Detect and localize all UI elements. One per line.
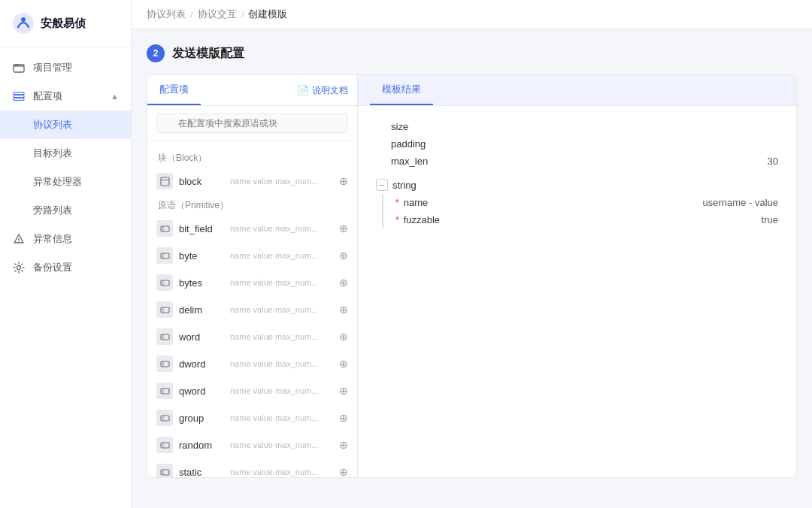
- svg-point-1: [21, 17, 26, 22]
- primitive-item-add-dword[interactable]: ⊕: [339, 358, 348, 370]
- sidebar-item-exception-info[interactable]: 异常信息: [0, 225, 131, 253]
- list-item[interactable]: bit_field name value max_num... ⊕: [147, 215, 357, 242]
- primitive-icon: [156, 410, 173, 426]
- sidebar-item-config[interactable]: 配置项 ▲: [0, 82, 131, 110]
- svg-rect-27: [161, 443, 169, 448]
- svg-rect-13: [161, 253, 169, 259]
- search-wrap: 🔍: [156, 113, 348, 133]
- list-item[interactable]: word name value max_num... ⊕: [147, 323, 357, 350]
- block-group-label: 块（Block）: [147, 147, 357, 168]
- primitive-group-label: 原语（Primitive）: [147, 195, 357, 215]
- list-item[interactable]: dword name value max_num... ⊕: [147, 350, 357, 377]
- breadcrumb-item-1[interactable]: 协议列表: [147, 8, 186, 21]
- folder-icon: [12, 61, 26, 74]
- doc-link[interactable]: 📄 说明文档: [288, 75, 357, 105]
- search-input[interactable]: [156, 113, 348, 133]
- breadcrumb-item-2[interactable]: 协议交互: [198, 8, 237, 21]
- doc-icon: 📄: [297, 85, 309, 96]
- block-item-name-block: block: [179, 176, 224, 187]
- sidebar: 安般易侦 项目管理 配置项 ▲ 协议列表 目标列表 异常处理器: [0, 0, 132, 508]
- app-name: 安般易侦: [41, 17, 86, 31]
- svg-rect-11: [161, 226, 169, 231]
- primitive-item-name-group: group: [179, 413, 224, 424]
- primitive-item-add-qword[interactable]: ⊕: [339, 385, 348, 397]
- svg-rect-17: [161, 307, 169, 313]
- svg-rect-19: [161, 334, 169, 340]
- svg-point-7: [18, 241, 19, 242]
- svg-rect-4: [14, 95, 24, 98]
- primitive-item-name-random: random: [179, 440, 224, 451]
- two-panel-container: 配置项 📄 说明文档 🔍 块（Block）: [147, 74, 797, 478]
- field-name-string-name: name: [404, 197, 509, 208]
- sidebar-item-target-list[interactable]: 目标列表: [0, 139, 131, 168]
- sidebar-label-exception-info: 异常信息: [33, 232, 72, 246]
- result-content: size padding max_len 30: [358, 106, 796, 477]
- main-content: 协议列表 / 协议交互 / 创建模版 2 发送模版配置 配置项 📄 说明文档: [132, 0, 812, 508]
- primitive-item-name-dword: dword: [179, 358, 224, 370]
- sidebar-item-route-list[interactable]: 旁路列表: [0, 196, 131, 225]
- breadcrumb: 协议列表 / 协议交互 / 创建模版: [132, 0, 812, 29]
- primitive-item-name-delim: delim: [179, 304, 224, 316]
- list-item[interactable]: group name value max_num... ⊕: [147, 404, 357, 431]
- primitive-item-add-word[interactable]: ⊕: [339, 331, 348, 343]
- primitive-item-hint-qword: name value max_num...: [230, 386, 333, 395]
- primitive-icon: [156, 355, 173, 372]
- breadcrumb-sep-1: /: [190, 9, 193, 20]
- search-bar: 🔍: [147, 106, 357, 141]
- sidebar-item-exception-handler[interactable]: 异常处理器: [0, 168, 131, 196]
- primitive-item-hint-bit_field: name value max_num...: [230, 224, 333, 233]
- svg-point-8: [17, 266, 21, 270]
- list-item[interactable]: delim name value max_num... ⊕: [147, 296, 357, 323]
- sidebar-label-project: 项目管理: [33, 61, 72, 74]
- primitive-item-add-byte[interactable]: ⊕: [339, 249, 348, 262]
- list-item[interactable]: block name value max_num... ⊕: [147, 168, 357, 195]
- svg-rect-23: [161, 389, 169, 394]
- sidebar-label-config: 配置项: [33, 89, 62, 103]
- breadcrumb-sep-2: /: [241, 9, 244, 20]
- collapse-button-string[interactable]: −: [376, 179, 388, 191]
- content-area: 2 发送模版配置 配置项 📄 说明文档 🔍: [132, 29, 812, 508]
- primitive-item-name-word: word: [179, 331, 224, 343]
- primitive-item-add-random[interactable]: ⊕: [339, 439, 348, 451]
- node-label-string: string: [392, 180, 417, 191]
- tree-node-max_len: max_len 30: [376, 153, 778, 170]
- primitive-item-hint-word: name value max_num...: [230, 332, 333, 341]
- tab-config[interactable]: 配置项: [147, 75, 201, 105]
- sidebar-item-protocol-list[interactable]: 协议列表: [0, 110, 131, 139]
- primitive-item-add-bit_field[interactable]: ⊕: [339, 222, 348, 234]
- svg-rect-21: [161, 361, 169, 367]
- block-item-add-block[interactable]: ⊕: [339, 175, 348, 187]
- primitive-item-name-static: static: [179, 467, 224, 478]
- sidebar-item-backup[interactable]: 备份设置: [0, 253, 131, 282]
- primitive-icon: [156, 328, 173, 345]
- field-name-padding: padding: [391, 138, 496, 150]
- tab-template-result[interactable]: 模板结果: [370, 75, 433, 105]
- tree-node-string-name: * name username - value: [382, 194, 778, 211]
- sidebar-item-project[interactable]: 项目管理: [0, 53, 131, 82]
- primitive-item-hint-dword: name value max_num...: [230, 359, 333, 368]
- sidebar-label-route-list: 旁路列表: [33, 204, 72, 217]
- primitive-item-name-bytes: bytes: [179, 277, 224, 289]
- config-tab-bar: 配置项 📄 说明文档: [147, 75, 357, 106]
- breadcrumb-item-3: 创建模版: [248, 8, 287, 21]
- svg-rect-29: [161, 470, 169, 475]
- primitive-item-hint-group: name value max_num...: [230, 413, 333, 422]
- primitive-item-add-bytes[interactable]: ⊕: [339, 277, 348, 289]
- primitive-item-add-static[interactable]: ⊕: [339, 466, 348, 477]
- section-title: 发送模版配置: [172, 46, 244, 62]
- block-list: 块（Block） block name value max_num... ⊕ 原…: [147, 141, 357, 477]
- app-logo-icon: [12, 12, 35, 35]
- section-number: 2: [147, 44, 165, 62]
- list-item[interactable]: static name value max_num... ⊕: [147, 458, 357, 477]
- list-item[interactable]: byte name value max_num... ⊕: [147, 242, 357, 269]
- list-item[interactable]: random name value max_num... ⊕: [147, 431, 357, 458]
- svg-rect-15: [161, 280, 169, 286]
- list-item[interactable]: qword name value max_num... ⊕: [147, 377, 357, 404]
- primitive-item-add-group[interactable]: ⊕: [339, 412, 348, 424]
- tree-node-string: − string: [376, 176, 778, 194]
- primitive-item-hint-byte: name value max_num...: [230, 251, 333, 260]
- primitive-item-add-delim[interactable]: ⊕: [339, 304, 348, 316]
- required-mark-name: *: [395, 198, 399, 208]
- primitive-item-hint-random: name value max_num...: [230, 440, 333, 449]
- list-item[interactable]: bytes name value max_num... ⊕: [147, 269, 357, 296]
